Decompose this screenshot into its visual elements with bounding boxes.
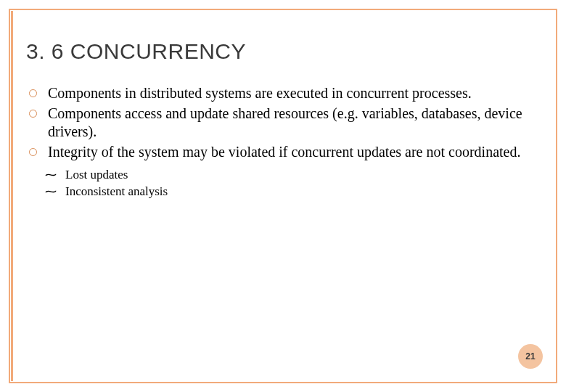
- squiggle-icon: ⁓: [45, 167, 57, 183]
- sub-bullet-text: Lost updates: [65, 168, 128, 181]
- slide-content: 3. 6 CONCURRENCY Components in distribut…: [26, 39, 540, 200]
- sub-bullet-list: ⁓ Lost updates ⁓ Inconsistent analysis: [26, 167, 540, 200]
- squiggle-icon: ⁓: [45, 184, 57, 200]
- list-item: Components in distributed systems are ex…: [44, 84, 540, 103]
- list-item: Integrity of the system may be violated …: [44, 143, 540, 162]
- bullet-text: Integrity of the system may be violated …: [48, 144, 520, 160]
- bullet-text: Components in distributed systems are ex…: [48, 85, 472, 101]
- slide-frame: 3. 6 CONCURRENCY Components in distribut…: [9, 9, 557, 383]
- page-number-badge: 21: [518, 344, 543, 369]
- main-bullet-list: Components in distributed systems are ex…: [26, 84, 540, 161]
- list-item: ⁓ Lost updates: [62, 167, 540, 184]
- list-item: Components access and update shared reso…: [44, 105, 540, 142]
- sub-bullet-text: Inconsistent analysis: [65, 184, 168, 198]
- slide-title: 3. 6 CONCURRENCY: [26, 39, 540, 64]
- bullet-text: Components access and update shared reso…: [48, 105, 522, 140]
- left-accent-stripe: [11, 11, 13, 381]
- list-item: ⁓ Inconsistent analysis: [62, 184, 540, 200]
- page-number: 21: [525, 351, 535, 362]
